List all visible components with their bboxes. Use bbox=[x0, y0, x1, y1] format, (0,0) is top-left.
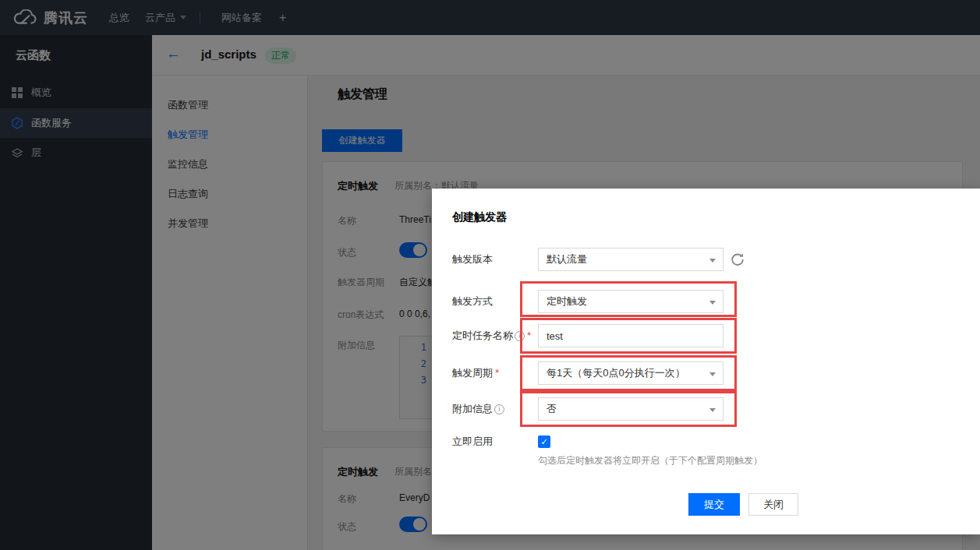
refresh-icon[interactable] bbox=[731, 252, 745, 266]
enable-now-label: 立即启用 bbox=[452, 430, 493, 453]
info-icon: i bbox=[494, 404, 504, 414]
chevron-down-icon bbox=[709, 372, 716, 376]
version-select[interactable]: 默认流量 bbox=[538, 248, 724, 271]
required-asterisk: * bbox=[527, 330, 531, 341]
chevron-down-icon bbox=[709, 301, 716, 305]
task-name-input[interactable] bbox=[538, 324, 724, 347]
extra-info-label: 附加信息i bbox=[452, 397, 504, 421]
check-icon: ✓ bbox=[540, 437, 547, 446]
enable-now-hint: 勾选后定时触发器将立即开启（于下个配置周期触发） bbox=[538, 454, 762, 467]
method-select[interactable]: 定时触发 bbox=[538, 290, 724, 313]
chevron-down-icon bbox=[709, 408, 716, 412]
chevron-down-icon bbox=[709, 259, 716, 263]
method-label: 触发方式 bbox=[452, 290, 493, 313]
modal-title: 创建触发器 bbox=[452, 210, 507, 224]
submit-button[interactable]: 提交 bbox=[688, 493, 740, 516]
info-icon: i bbox=[515, 331, 525, 341]
required-asterisk: * bbox=[495, 367, 499, 379]
page: 腾讯云 总览 云产品 网站备案 + 云函数 概览 bbox=[0, 0, 980, 550]
close-button[interactable]: 关闭 bbox=[748, 493, 798, 516]
enable-now-checkbox[interactable]: ✓ bbox=[538, 435, 550, 448]
task-name-label: 定时任务名称i* bbox=[452, 324, 531, 347]
version-label: 触发版本 bbox=[452, 248, 493, 271]
extra-info-select[interactable]: 否 bbox=[538, 397, 724, 421]
create-trigger-modal: 创建触发器 触发版本 默认流量 触发方式 定时触发 定时任务名称i* bbox=[432, 189, 980, 534]
period-label: 触发周期* bbox=[452, 361, 499, 385]
period-select[interactable]: 每1天（每天0点0分执行一次） bbox=[538, 361, 724, 385]
